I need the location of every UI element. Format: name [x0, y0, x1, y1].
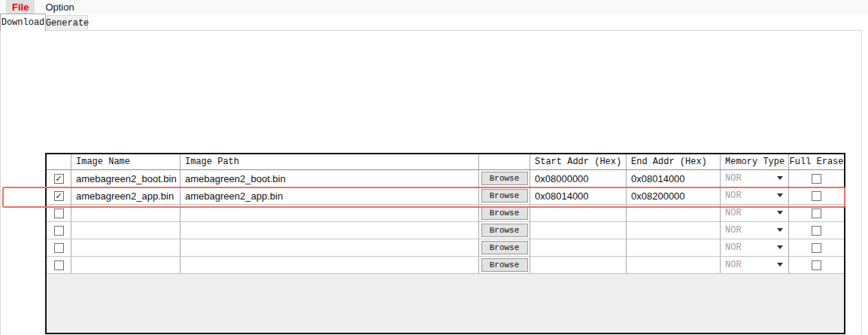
table-body: ✓amebagreen2_boot.binamebagreen2_boot.bi… — [47, 170, 844, 274]
row-select-cell — [47, 205, 71, 221]
tab-generate[interactable]: Generate — [47, 15, 88, 31]
full-erase-cell — [789, 239, 844, 256]
table-row: BrowseNOR — [47, 257, 844, 274]
full-erase-checkbox[interactable] — [812, 191, 821, 201]
image-path-cell[interactable] — [181, 257, 479, 273]
image-name-cell[interactable]: amebagreen2_app.bin — [71, 187, 181, 204]
row-select-checkbox[interactable] — [54, 260, 64, 270]
row-select-checkbox[interactable]: ✓ — [54, 174, 64, 184]
image-path-cell[interactable] — [181, 205, 479, 221]
table-row: BrowseNOR — [47, 205, 844, 222]
end-addr-cell[interactable]: 0x08200000 — [627, 187, 721, 204]
row-select-cell — [47, 239, 71, 256]
image-name-cell[interactable]: amebagreen2_boot.bin — [71, 170, 181, 187]
start-addr-cell[interactable] — [530, 205, 627, 221]
end-addr-cell[interactable] — [627, 222, 721, 239]
col-header-memory-type: Memory Type — [721, 154, 789, 169]
memory-type-cell[interactable]: NOR — [721, 222, 789, 239]
dropdown-arrow-icon[interactable] — [777, 245, 783, 249]
tab-strip: Download Generate — [0, 14, 868, 30]
menu-option[interactable]: Option — [39, 0, 80, 14]
full-erase-cell — [789, 257, 844, 273]
table-row: BrowseNOR — [47, 222, 844, 239]
browse-button[interactable]: Browse — [481, 189, 528, 203]
table-row: BrowseNOR — [47, 239, 844, 257]
full-erase-checkbox[interactable] — [812, 174, 821, 184]
row-select-cell: ✓ — [47, 170, 71, 187]
end-addr-cell[interactable]: 0x08014000 — [627, 170, 721, 187]
row-select-checkbox[interactable] — [54, 226, 64, 236]
start-addr-cell[interactable]: 0x08000000 — [530, 170, 627, 187]
full-erase-checkbox[interactable] — [812, 226, 821, 236]
browse-cell: Browse — [479, 205, 530, 221]
browse-cell: Browse — [479, 222, 530, 239]
image-path-cell[interactable]: amebagreen2_app.bin — [181, 187, 479, 204]
app-window: File Option Download Generate Port COM B… — [0, 0, 868, 335]
full-erase-cell — [789, 222, 844, 239]
browse-cell: Browse — [479, 170, 530, 187]
image-path-cell[interactable] — [181, 239, 479, 256]
col-header-image-name: Image Name — [71, 154, 181, 169]
image-path-cell[interactable]: amebagreen2_boot.bin — [181, 170, 479, 187]
col-header-checkbox — [47, 154, 71, 169]
image-name-cell[interactable] — [71, 222, 181, 239]
memory-type-value: NOR — [721, 190, 742, 201]
menu-file[interactable]: File — [6, 0, 35, 14]
dropdown-arrow-icon[interactable] — [777, 263, 783, 266]
full-erase-checkbox[interactable] — [812, 243, 821, 253]
menu-bar: File Option — [0, 0, 868, 14]
start-addr-cell[interactable] — [530, 257, 627, 273]
dropdown-arrow-icon[interactable] — [777, 228, 783, 232]
memory-type-value: NOR — [721, 173, 742, 184]
memory-type-cell[interactable]: NOR — [721, 170, 789, 187]
memory-type-cell[interactable]: NOR — [721, 205, 789, 221]
browse-button[interactable]: Browse — [481, 258, 528, 272]
dropdown-arrow-icon[interactable] — [777, 211, 783, 215]
col-header-end-addr: End Addr (Hex) — [627, 154, 721, 169]
start-addr-cell[interactable] — [530, 239, 627, 256]
col-header-image-path: Image Path — [181, 154, 479, 169]
full-erase-checkbox[interactable] — [812, 209, 821, 218]
start-addr-cell[interactable]: 0x08014000 — [530, 187, 627, 204]
tab-download[interactable]: Download — [0, 14, 46, 31]
end-addr-cell[interactable] — [627, 205, 721, 221]
memory-type-cell[interactable]: NOR — [721, 257, 789, 273]
row-select-cell — [47, 222, 71, 239]
browse-button[interactable]: Browse — [481, 241, 528, 254]
col-header-start-addr: Start Addr (Hex) — [530, 154, 627, 169]
browse-button[interactable]: Browse — [481, 206, 528, 220]
row-select-cell — [47, 257, 71, 273]
full-erase-checkbox[interactable] — [812, 260, 821, 270]
dropdown-arrow-icon[interactable] — [777, 193, 783, 197]
row-select-checkbox[interactable]: ✓ — [54, 191, 64, 201]
memory-type-value: NOR — [721, 260, 742, 270]
row-select-checkbox[interactable] — [54, 243, 64, 253]
browse-button[interactable]: Browse — [481, 172, 528, 185]
image-path-cell[interactable] — [181, 222, 479, 239]
table-header-row: Image Name Image Path Start Addr (Hex) E… — [47, 154, 844, 170]
memory-type-value: NOR — [721, 242, 742, 253]
end-addr-cell[interactable] — [627, 257, 721, 273]
browse-cell: Browse — [479, 187, 530, 204]
full-erase-cell — [789, 205, 844, 221]
table-row: ✓amebagreen2_boot.binamebagreen2_boot.bi… — [47, 170, 844, 187]
row-select-checkbox[interactable] — [54, 209, 64, 218]
dropdown-arrow-icon[interactable] — [777, 176, 783, 180]
image-name-cell[interactable] — [71, 239, 181, 256]
start-addr-cell[interactable] — [530, 222, 627, 239]
col-header-full-erase: Full Erase — [789, 154, 844, 169]
image-name-cell[interactable] — [71, 205, 181, 221]
memory-type-value: NOR — [721, 225, 742, 236]
full-erase-cell — [789, 187, 844, 204]
col-header-browse — [479, 154, 530, 169]
table-row: ✓amebagreen2_app.binamebagreen2_app.binB… — [47, 187, 844, 205]
end-addr-cell[interactable] — [627, 239, 721, 256]
memory-type-cell[interactable]: NOR — [721, 187, 789, 204]
memory-type-value: NOR — [721, 208, 742, 218]
row-select-cell: ✓ — [47, 187, 71, 204]
browse-button[interactable]: Browse — [481, 224, 528, 237]
memory-type-cell[interactable]: NOR — [721, 239, 789, 256]
full-erase-cell — [789, 170, 844, 187]
download-image-table: Image Name Image Path Start Addr (Hex) E… — [45, 153, 845, 334]
image-name-cell[interactable] — [71, 257, 181, 273]
